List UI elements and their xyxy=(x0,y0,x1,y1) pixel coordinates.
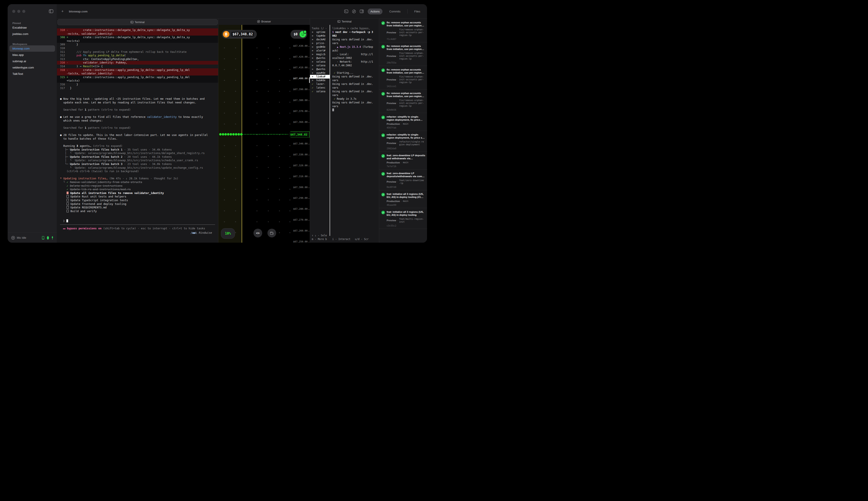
shortcut-select: ↑ ↓ - Sele xyxy=(312,234,327,237)
sidebar-item-joeblau-com[interactable]: joeblau.com xyxy=(9,31,55,37)
terminal-pane: Terminal 310 - crate::instructions::dele… xyxy=(57,19,218,243)
workspace-item-blau-app[interactable]: blau.app xyxy=(9,52,55,58)
branch-name: feat/multi-region-init xyxy=(399,217,425,223)
task-output[interactable]: links#dev > cache bypass,$ next dev --tu… xyxy=(332,26,378,112)
minimize-window-icon[interactable] xyxy=(17,10,20,13)
grid-cross: + xyxy=(235,112,236,114)
deploy-success-icon: ✓ xyxy=(381,134,385,137)
percent-pill[interactable]: 10% xyxy=(221,228,235,239)
workspace-item-bloxwap-com[interactable]: bloxwap.com xyxy=(9,45,55,52)
output-line: - Network: http://1 xyxy=(332,60,378,64)
task-item[interactable]: » solana xyxy=(310,60,330,64)
task-item[interactable]: » uptime xyxy=(310,30,330,34)
grid-cross: + xyxy=(256,177,257,180)
commit-item[interactable]: ✓feat: zero-downtime LP deposits and wit… xyxy=(379,152,427,170)
grid-cross: + xyxy=(235,90,236,93)
browser-panel-icon[interactable] xyxy=(352,10,356,13)
tab-commits[interactable]: Commits xyxy=(387,9,403,14)
btc-price-pill[interactable]: B $67,348.82 xyxy=(222,30,257,39)
terminal-line: │ └ Update: solana/programs/bloxwap_btc/… xyxy=(57,151,218,155)
task-item[interactable]: » deck#d xyxy=(310,38,330,41)
terminal-prompt[interactable]: ) xyxy=(60,219,215,223)
workspace-item-submap-ai[interactable]: submap.ai xyxy=(9,58,55,64)
tab-actions[interactable]: Actions xyxy=(368,9,383,14)
split-view-icon[interactable] xyxy=(360,10,364,13)
status-dot xyxy=(303,30,307,34)
commit-item[interactable]: ✓fix: remove orphan accounts from initia… xyxy=(379,89,427,113)
task-item[interactable]: ✓ latenc xyxy=(310,86,330,90)
task-item[interactable]: ✓ lazer- xyxy=(310,82,330,86)
zoom-window-icon[interactable] xyxy=(22,10,25,13)
diff-line: 314 ) → Result<()> { xyxy=(57,65,218,68)
close-window-icon[interactable] xyxy=(12,10,15,13)
window-controls[interactable] xyxy=(12,10,27,14)
commit-item[interactable]: ✓feat: initialize all 3 regions (US, EU,… xyxy=(379,208,427,229)
grid-cross: + xyxy=(256,210,257,212)
terminal-panel-icon[interactable] xyxy=(344,10,348,13)
grid-cross: + xyxy=(235,221,236,223)
diff-line: -nc(ctx, validator_identity) xyxy=(57,32,218,36)
task-item[interactable]: » tap#de xyxy=(310,34,330,38)
grid-cross: + xyxy=(224,166,225,169)
price-history-dot xyxy=(219,133,222,136)
grid-cross: + xyxy=(279,57,280,60)
mic-icon[interactable] xyxy=(11,236,15,240)
grid-cross: + xyxy=(289,90,290,93)
task-item[interactable]: » god#de xyxy=(310,45,330,49)
grid-cross: + xyxy=(256,90,257,93)
terminal-line xyxy=(57,122,218,126)
branch-name: fix/remove-orphan-init-accounts-per-regi… xyxy=(399,99,425,107)
sidebar-toggle-icon[interactable] xyxy=(49,9,53,13)
terminal-line: ● 28 files to update. This is the most l… xyxy=(57,133,218,137)
terminal-line: └ Update: solana/programs/bloxwap_btc/sr… xyxy=(57,166,218,170)
branch-name: refactor/single-region-deployment xyxy=(399,140,425,146)
task-item[interactable]: » hub#de xyxy=(310,78,330,82)
task-item[interactable]: » alert# xyxy=(310,49,330,53)
grid-cross: + xyxy=(235,101,236,104)
terminal-line xyxy=(57,112,218,115)
branch-name: main xyxy=(403,161,425,164)
terminal-pane-header[interactable]: Terminal xyxy=(57,19,218,25)
task-item[interactable]: » www#de xyxy=(310,71,330,75)
commit-item[interactable]: ✓refactor: simplify to single-region dep… xyxy=(379,113,427,131)
grid-cross: + xyxy=(289,188,290,191)
grid-cross: + xyxy=(289,57,290,60)
diff-line: 316 - validator_identity: Pubkey, xyxy=(57,61,218,65)
workspace-item-talktext[interactable]: TalkText xyxy=(9,71,55,77)
task-item[interactable]: » price- xyxy=(310,41,330,45)
output-line: ▲ Next.js 15.3.4 (Turbop xyxy=(332,45,378,49)
commit-hash: 4567fab xyxy=(387,126,425,129)
commit-item[interactable]: ✓refactor: simplify to single-region dep… xyxy=(379,131,427,152)
commit-item[interactable]: ✓feat: zero-downtime LP deposits/withdra… xyxy=(379,170,427,190)
task-item[interactable]: » magicb xyxy=(310,53,330,56)
commit-item[interactable]: ✓fix: remove orphan accounts from initia… xyxy=(379,42,427,66)
grid-cross: + xyxy=(268,47,269,49)
workspaces-header: Workspaces xyxy=(8,43,57,45)
diff-line: +ta(ctx) xyxy=(57,79,218,83)
commit-item[interactable]: ✓fix: remove orphan accounts from initia… xyxy=(379,66,427,89)
terminal-scrollback[interactable]: 310 - crate::instructions::delegate_lp_d… xyxy=(57,25,218,243)
code-button[interactable]: <> xyxy=(253,229,262,237)
commit-item[interactable]: ✓fix: remove orphan accounts from initia… xyxy=(379,19,427,42)
task-item[interactable]: » @works xyxy=(310,67,330,71)
task-item[interactable]: » links# xyxy=(310,75,330,78)
new-tab-button[interactable]: + xyxy=(61,9,64,14)
terminal-line: Update Rust unit tests and helpers xyxy=(57,195,218,199)
terminal-line: ✓ Update lib.rs and instructions/mod.rs xyxy=(57,188,218,191)
tab-title[interactable]: bloxwap.com xyxy=(69,10,88,13)
balance-pill[interactable]: $0 xyxy=(290,30,307,39)
tab-files[interactable]: Files xyxy=(412,9,423,14)
task-item[interactable]: » solana xyxy=(310,64,330,67)
task-item[interactable]: » @works xyxy=(310,56,330,60)
workspace-item-veblenhype-com[interactable]: veblenhype.com xyxy=(9,64,55,71)
wallet-button[interactable] xyxy=(267,229,276,237)
browser-pane-header[interactable]: Browser xyxy=(218,19,310,24)
grid-cross: + xyxy=(268,221,269,223)
commit-item[interactable]: ✓feat: initialize all 3 regions (US, EU,… xyxy=(379,190,427,208)
price-chart[interactable]: ++++++++++++++++++++++++++++++++++++++++… xyxy=(218,25,310,243)
sidebar-item-excalidraw[interactable]: Excalidraw xyxy=(9,24,55,31)
grid-cross: + xyxy=(279,177,280,180)
btc-price-value: $67,348.82 xyxy=(231,32,254,37)
task-item[interactable]: ✓ solana xyxy=(310,90,330,93)
tasks-terminal-header[interactable]: Terminal xyxy=(310,19,379,24)
